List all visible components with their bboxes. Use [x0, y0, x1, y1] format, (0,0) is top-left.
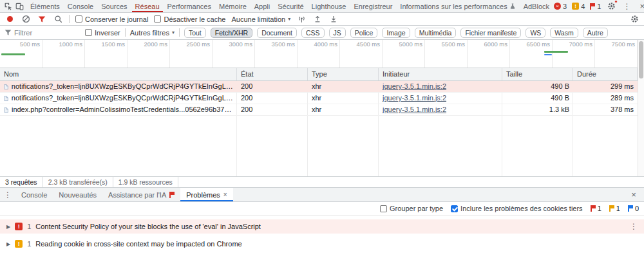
drawer-tab-issues[interactable]: Problèmes ×	[180, 188, 232, 201]
gear-icon	[607, 2, 616, 10]
invert-filter-checkbox[interactable]: Inverser	[85, 29, 120, 37]
filter-pill-all[interactable]: Tout	[184, 28, 206, 38]
network-conditions-button[interactable]	[296, 14, 307, 24]
column-header-time[interactable]: Durée	[573, 68, 638, 80]
count-value: 1	[598, 205, 601, 212]
more-options-button[interactable]: ⋮	[621, 1, 632, 12]
tab-label: Console	[21, 191, 47, 199]
checkbox-icon	[85, 29, 92, 36]
filter-pill-image[interactable]: Image	[382, 28, 410, 38]
console-errors-badge[interactable]: × 3	[554, 3, 567, 10]
issue-row[interactable]: ▶ ! 1 Content Security Policy of your si…	[0, 219, 644, 234]
tab-application[interactable]: Appli	[251, 0, 273, 12]
column-header-size[interactable]: Taille	[502, 68, 573, 80]
tab-label: Console	[68, 3, 93, 10]
inspect-element-button[interactable]	[3, 1, 13, 12]
filter-pill-js[interactable]: JS	[329, 28, 346, 38]
more-tools-button[interactable]: ⋮	[0, 190, 15, 199]
filter-pill-css[interactable]: CSS	[301, 28, 325, 38]
timeline-tick: 4000 ms	[298, 40, 340, 49]
close-devtools-button[interactable]: ×	[637, 1, 644, 12]
request-initiator-link[interactable]: jquery-3.5.1.min.js:2	[383, 94, 446, 102]
close-drawer-button[interactable]: ×	[629, 190, 639, 200]
record-network-log-button[interactable]	[5, 14, 15, 24]
tab-elements[interactable]: Éléments	[27, 0, 63, 12]
request-row[interactable]: index.php?controller=AdminColissimoTestC…	[0, 104, 638, 116]
network-filter-bar: Inverser Autres filtres ▾ Tout Fetch/XHR…	[0, 26, 644, 40]
column-header-name[interactable]: Nom	[0, 68, 237, 80]
issue-row[interactable]: ▶ ! 1 Reading cookie in cross-site conte…	[0, 237, 644, 251]
filter-pill-manifest[interactable]: Fichier manifeste	[460, 28, 521, 38]
tab-performance[interactable]: Performances	[164, 0, 214, 12]
tab-recorder[interactable]: Enregistreur	[350, 0, 395, 12]
filter-toggle-button[interactable]	[37, 14, 47, 24]
group-by-kind-checkbox[interactable]: Grouper par type	[380, 205, 443, 212]
import-har-button[interactable]	[312, 14, 323, 24]
tab-console[interactable]: Console	[64, 0, 97, 12]
checkbox-icon	[75, 15, 82, 23]
more-filters-select[interactable]: Autres filtres ▾	[130, 29, 175, 37]
timeline-tick: 1000 ms	[43, 40, 85, 49]
timeline-tick: 7500 ms	[595, 40, 638, 49]
expand-arrow-icon[interactable]: ▶	[6, 241, 10, 247]
tab-label: Nouveautés	[59, 191, 97, 199]
devtools-window: Éléments Console Sources Réseau Performa…	[0, 0, 644, 267]
issue-menu-button[interactable]: ⋮	[630, 222, 638, 231]
filter-pill-other[interactable]: Autre	[583, 28, 608, 38]
export-har-button[interactable]	[328, 14, 339, 24]
filter-pill-wasm[interactable]: Wasm	[550, 28, 578, 38]
request-initiator-link[interactable]: jquery-3.5.1.min.js:2	[383, 106, 446, 113]
drawer-tab-console[interactable]: Console	[15, 188, 53, 201]
tab-memory[interactable]: Mémoire	[216, 0, 250, 12]
request-row[interactable]: notifications?_token=ljn8UXWzgESKByQCprW…	[0, 81, 638, 93]
tab-network[interactable]: Réseau	[132, 0, 163, 12]
column-header-status[interactable]: État	[237, 68, 308, 80]
tab-label: Éléments	[30, 3, 60, 10]
console-warnings-badge[interactable]: ! 4	[572, 3, 585, 10]
tab-security[interactable]: Sécurité	[274, 0, 307, 12]
timeline-tick: 5500 ms	[425, 40, 468, 49]
device-toolbar-icon	[15, 2, 24, 10]
column-header-type[interactable]: Type	[308, 68, 379, 80]
network-settings-button[interactable]	[629, 14, 639, 24]
issues-counter-badge[interactable]: 1	[590, 3, 601, 10]
tab-adblock[interactable]: AdBlock	[520, 0, 553, 12]
network-summary-bar: 3 requêtes 2.3 kB transférée(s) 1.9 kB r…	[0, 176, 644, 187]
settings-button[interactable]	[606, 1, 616, 12]
filter-pill-media[interactable]: Multimédia	[415, 28, 457, 38]
tab-performance-insights[interactable]: Informations sur les performances	[397, 0, 518, 12]
tab-label: Performances	[167, 3, 211, 10]
main-tab-bar: Éléments Console Sources Réseau Performa…	[0, 0, 644, 13]
tab-sources[interactable]: Sources	[98, 0, 130, 12]
close-tab-icon[interactable]: ×	[223, 191, 227, 198]
drawer-tab-whats-new[interactable]: Nouveautés	[53, 188, 102, 201]
request-name: index.php?controller=AdminColissimoTestC…	[12, 104, 233, 115]
search-button[interactable]	[53, 14, 63, 24]
filter-pill-document[interactable]: Document	[257, 28, 297, 38]
filter-pill-ws[interactable]: WS	[526, 28, 545, 38]
vertical-scrollbar[interactable]	[638, 40, 644, 176]
request-size: 490 B	[502, 93, 573, 104]
column-header-initiator[interactable]: Initiateur	[379, 68, 502, 80]
tab-label: Lighthouse	[312, 3, 346, 10]
scrollbar-thumb[interactable]	[639, 41, 643, 78]
network-filter-input[interactable]	[14, 29, 76, 37]
issue-count: 1	[27, 240, 31, 248]
requests-table-header: Nom État Type Initiateur Taille Durée	[0, 68, 638, 81]
preserve-log-label: Conserver le journal	[85, 15, 148, 23]
disable-cache-checkbox[interactable]: Désactiver le cache	[154, 15, 225, 23]
close-icon: ×	[640, 1, 644, 11]
include-third-party-checkbox[interactable]: Inclure les problèmes des cookies tiers	[451, 205, 583, 212]
drawer-tab-ai-assistance[interactable]: Assistance par l'IA	[102, 188, 180, 201]
network-overview-timeline[interactable]: 500 ms 1000 ms 1500 ms 2000 ms 2500 ms 3…	[0, 40, 644, 68]
filter-pill-font[interactable]: Police	[350, 28, 378, 38]
toggle-device-toolbar-button[interactable]	[14, 1, 24, 12]
clear-network-log-button[interactable]	[21, 14, 31, 24]
request-initiator-link[interactable]: jquery-3.5.1.min.js:2	[383, 82, 446, 90]
preserve-log-checkbox[interactable]: Conserver le journal	[75, 15, 148, 23]
filter-pill-fetch-xhr[interactable]: Fetch/XHR	[211, 28, 252, 38]
throttling-select[interactable]: Aucune limitation ▾	[231, 15, 290, 23]
request-row[interactable]: notifications?_token=ljn8UXWzgESKByQCprW…	[0, 93, 638, 104]
tab-lighthouse[interactable]: Lighthouse	[308, 0, 350, 12]
expand-arrow-icon[interactable]: ▶	[6, 224, 10, 230]
